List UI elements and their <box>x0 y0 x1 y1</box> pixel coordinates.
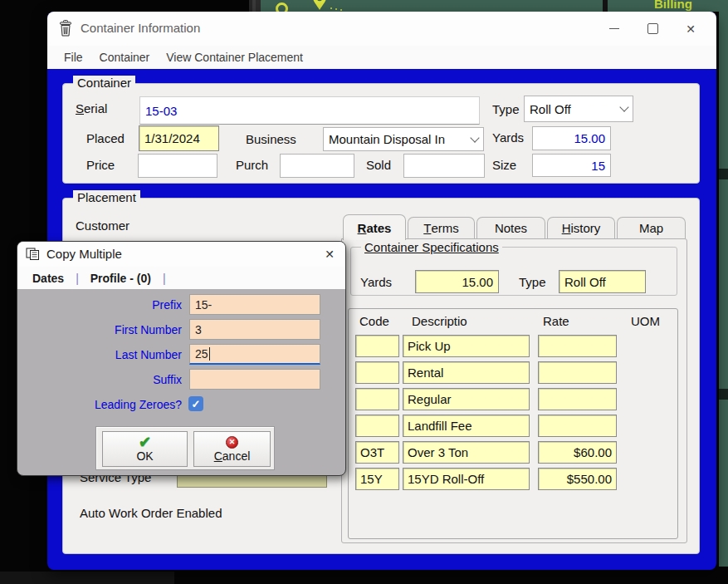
dialog-menu-dates[interactable]: Dates <box>26 272 71 285</box>
type-dropdown[interactable]: Roll Off <box>524 96 633 122</box>
rate-description-field[interactable]: Regular <box>403 388 530 410</box>
menu-container[interactable]: Container <box>91 51 159 64</box>
price-input[interactable] <box>138 154 217 178</box>
rates-table: Code Descriptio Rate UOM Pick UpRentalRe… <box>348 308 678 539</box>
chevron-down-icon <box>470 133 479 142</box>
rate-rows: Pick UpRentalRegularLandfill FeeO3TOver … <box>349 335 677 494</box>
price-label: Price <box>86 158 115 172</box>
prefix-label: Prefix <box>17 298 182 312</box>
cancel-button-label: Cancel <box>214 449 251 463</box>
rate-code-field[interactable] <box>355 335 399 357</box>
copy-pages-icon <box>26 248 40 261</box>
ok-button-label: OK <box>136 449 153 463</box>
spec-type-label: Type <box>519 275 546 289</box>
sold-input[interactable] <box>403 154 485 178</box>
rate-description-field[interactable]: Pick Up <box>403 335 530 357</box>
spec-yards-field[interactable]: 15.00 <box>415 270 499 293</box>
dialog-close-button[interactable]: ✕ <box>314 242 345 267</box>
tab-notes[interactable]: Notes <box>476 217 545 238</box>
tab-terms[interactable]: Terms <box>408 217 475 238</box>
map-dot <box>335 8 337 10</box>
menu-view-container-placement[interactable]: View Container Placement <box>158 51 311 64</box>
window-title: Container Information <box>81 21 200 35</box>
green-check-icon: ✔ <box>139 436 151 449</box>
dialog-title-bar: Copy Multiple ✕ <box>17 242 345 267</box>
container-group: Container Serial 15-03 Type Roll Off Pla… <box>62 83 700 184</box>
size-input[interactable]: 15 <box>532 154 611 177</box>
container-specifications-group: Container Specifications Yards 15.00 Typ… <box>350 247 677 296</box>
rate-amount-field[interactable]: $60.00 <box>538 441 617 464</box>
dialog-title: Copy Multiple <box>46 247 122 261</box>
tab-history[interactable]: History <box>547 217 615 238</box>
first-number-input[interactable]: 3 <box>189 319 320 340</box>
business-label: Business <box>246 132 296 146</box>
customer-label: Customer <box>76 218 129 233</box>
rate-code-field[interactable] <box>355 415 399 437</box>
background-map-strip: Billing <box>261 0 728 12</box>
table-row: 15Y15YD Roll-Off$550.00 <box>349 468 677 490</box>
cancel-button[interactable]: ✕ Cancel <box>193 431 271 467</box>
business-dropdown[interactable]: Mountain Disposal In <box>323 127 484 151</box>
title-bar: Container Information ✕ <box>47 12 716 46</box>
rate-code-field[interactable]: O3T <box>355 441 399 464</box>
desktop: Billing Container Information ✕ <box>0 0 728 584</box>
text-caret <box>209 347 210 361</box>
rate-description-field[interactable]: Rental <box>403 361 530 384</box>
close-icon: ✕ <box>686 23 696 35</box>
first-number-label: First Number <box>17 323 182 336</box>
chevron-down-icon <box>619 102 628 111</box>
background-map-buildings <box>249 0 261 12</box>
tab-map[interactable]: Map <box>617 217 686 238</box>
purch-input[interactable] <box>280 154 354 178</box>
rates-tab-panel: Container Specifications Yards 15.00 Typ… <box>341 238 687 543</box>
menu-file[interactable]: File <box>56 51 91 64</box>
container-specifications-legend: Container Specifications <box>361 240 502 254</box>
minimize-button[interactable] <box>595 12 633 46</box>
rate-amount-field[interactable] <box>538 335 617 357</box>
sold-label: Sold <box>366 158 391 172</box>
suffix-input[interactable] <box>189 369 320 390</box>
copy-multiple-dialog: Copy Multiple ✕ Dates | Profile - (0) | … <box>17 241 346 476</box>
rate-description-field[interactable]: Landfill Fee <box>403 415 530 437</box>
last-number-label: Last Number <box>17 348 182 361</box>
close-icon: ✕ <box>325 248 335 261</box>
type-label: Type <box>492 102 520 116</box>
rate-code-field[interactable]: 15Y <box>355 468 399 490</box>
column-header-uom: UOM <box>631 314 660 328</box>
rate-code-field[interactable] <box>355 361 399 384</box>
map-pin-ring-icon <box>276 2 288 12</box>
last-number-input[interactable]: 25 <box>189 344 320 365</box>
minimize-icon <box>609 28 619 29</box>
serial-input[interactable]: 15-03 <box>139 96 480 125</box>
maximize-button[interactable] <box>633 12 672 46</box>
map-dot <box>330 7 332 9</box>
purch-label: Purch <box>236 158 268 172</box>
leading-zeroes-label: Leading Zeroes? <box>17 398 182 411</box>
rate-amount-field[interactable] <box>538 388 617 410</box>
last-number-value: 25 <box>195 347 208 361</box>
menu-bar: File Container View Container Placement <box>47 46 716 69</box>
tab-rates[interactable]: Rates <box>343 214 406 240</box>
column-header-code: Code <box>359 314 389 328</box>
table-row: Rental <box>349 361 677 384</box>
auto-work-order-text: Auto Work Order Enabled <box>80 506 222 520</box>
prefix-input[interactable]: 15- <box>189 294 320 315</box>
rate-amount-field[interactable] <box>538 415 617 437</box>
billing-nav-label: Billing <box>654 0 692 11</box>
rate-description-field[interactable]: 15YD Roll-Off <box>403 468 530 490</box>
rate-amount-field[interactable]: $550.00 <box>538 468 617 490</box>
table-row: Pick Up <box>349 335 677 357</box>
menu-separator: | <box>71 272 84 285</box>
spec-type-field[interactable]: Roll Off <box>559 270 646 293</box>
rate-amount-field[interactable] <box>538 361 617 384</box>
tab-strip: RatesTermsNotesHistoryMap <box>343 214 686 238</box>
table-row: Landfill Fee <box>349 415 677 437</box>
rate-description-field[interactable]: Over 3 Ton <box>403 441 530 464</box>
leading-zeroes-checkbox[interactable]: ✓ <box>188 396 203 411</box>
placed-date-input[interactable]: 1/31/2024 <box>139 125 219 151</box>
ok-button[interactable]: ✔ OK <box>102 431 188 467</box>
close-button[interactable]: ✕ <box>672 12 710 46</box>
yards-input[interactable]: 15.00 <box>532 126 611 150</box>
rate-code-field[interactable] <box>355 388 399 410</box>
dialog-menu-profile[interactable]: Profile - (0) <box>84 272 158 285</box>
